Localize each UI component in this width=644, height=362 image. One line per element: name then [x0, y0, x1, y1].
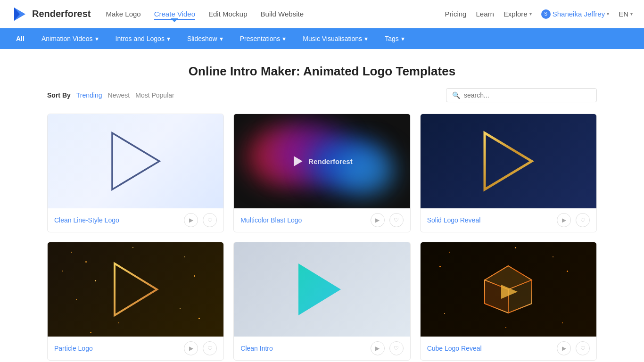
cube-logo-graphic — [480, 261, 537, 318]
sort-newest[interactable]: Newest — [108, 91, 130, 99]
nav-animation-videos[interactable]: Animation Videos ▾ — [33, 28, 107, 49]
card-5-play-button[interactable]: ▶ — [371, 341, 385, 355]
logo-text: Renderforest — [32, 8, 91, 19]
card-4-like-button[interactable]: ♡ — [203, 341, 217, 355]
card-5-title[interactable]: Clean Intro — [240, 345, 272, 352]
card-5: Clean Intro ▶ ♡ — [233, 242, 410, 361]
nav-build-website[interactable]: Build Website — [261, 10, 304, 18]
logo-link[interactable]: Renderforest — [11, 6, 91, 23]
nav-slideshow[interactable]: Slideshow ▾ — [179, 28, 231, 49]
card-2-title[interactable]: Multicolor Blast Logo — [240, 216, 302, 224]
nav-all[interactable]: All — [8, 28, 33, 49]
card-6-play-button[interactable]: ▶ — [557, 341, 571, 355]
nav-music-visualisations[interactable]: Music Visualisations ▾ — [294, 28, 376, 49]
sort-label: Sort By — [47, 91, 71, 99]
presentations-label: Presentations — [240, 35, 281, 42]
card-5-actions: ▶ ♡ — [371, 341, 404, 355]
nav-explore[interactable]: Explore ▾ — [504, 10, 532, 18]
intros-logos-label: Intros and Logos — [116, 35, 165, 42]
card-4-footer: Particle Logo ▶ ♡ — [48, 337, 223, 360]
active-indicator — [171, 18, 178, 22]
main-nav: Make Logo Create Video Edit Mockup Build… — [106, 10, 445, 18]
nav-tags[interactable]: Tags ▾ — [376, 28, 413, 49]
cards-grid: Clean Line-Style Logo ▶ ♡ Renderforest M… — [0, 114, 644, 361]
card-6-like-button[interactable]: ♡ — [576, 341, 590, 355]
particle — [562, 322, 563, 323]
svg-marker-3 — [294, 156, 303, 166]
card-3-actions: ▶ ♡ — [557, 213, 590, 227]
card-3-like-button[interactable]: ♡ — [576, 213, 590, 227]
card-6-actions: ▶ ♡ — [557, 341, 590, 355]
particle-logo-graphic — [105, 261, 166, 318]
page-header: Online Intro Maker: Animated Logo Templa… — [0, 49, 644, 88]
particle — [553, 256, 553, 257]
particle — [132, 247, 133, 248]
card-2-thumbnail: Renderforest — [234, 114, 410, 208]
search-input[interactable] — [464, 91, 591, 99]
particle — [505, 327, 506, 328]
particle — [194, 275, 195, 277]
explore-chevron-icon: ▾ — [529, 11, 532, 16]
music-vis-label: Music Visualisations — [303, 35, 362, 42]
nav-make-logo[interactable]: Make Logo — [106, 10, 140, 18]
tags-label: Tags — [385, 35, 399, 42]
card-6-title[interactable]: Cube Logo Reveal — [427, 345, 482, 352]
card-1-title[interactable]: Clean Line-Style Logo — [54, 216, 119, 224]
card-1-thumbnail — [48, 114, 223, 208]
intros-logos-chevron-icon: ▾ — [167, 35, 170, 42]
search-box: 🔍 — [446, 88, 597, 102]
smoke-logo-text: Renderforest — [308, 157, 352, 165]
card-1-footer: Clean Line-Style Logo ▶ ♡ — [48, 208, 223, 232]
tags-chevron-icon: ▾ — [401, 35, 405, 42]
card-1-play-button[interactable]: ▶ — [184, 213, 198, 227]
card-4: Particle Logo ▶ ♡ — [47, 242, 224, 361]
nav-create-video-wrapper: Create Video — [154, 10, 195, 18]
nav-learn[interactable]: Learn — [476, 10, 494, 18]
language-selector[interactable]: EN ▾ — [619, 10, 633, 18]
card-6: Cube Logo Reveal ▶ ♡ — [420, 242, 597, 361]
particle — [515, 247, 516, 248]
presentations-chevron-icon: ▾ — [282, 35, 286, 42]
card-3-play-button[interactable]: ▶ — [557, 213, 571, 227]
line-logo-graphic — [98, 128, 173, 194]
slideshow-chevron-icon: ▾ — [220, 35, 223, 42]
smoke-blue2 — [338, 147, 394, 194]
teal-logo-graphic — [289, 261, 355, 318]
particle — [90, 332, 91, 333]
particle — [567, 271, 568, 272]
card-5-like-button[interactable]: ♡ — [389, 341, 404, 355]
nav-presentations[interactable]: Presentations ▾ — [231, 28, 295, 49]
nav-pricing[interactable]: Pricing — [445, 10, 467, 18]
search-icon: 🔍 — [452, 91, 460, 99]
smoke-logo-overlay: Renderforest — [291, 155, 352, 168]
svg-marker-4 — [485, 133, 532, 189]
particle — [76, 299, 77, 300]
card-3-title[interactable]: Solid Logo Reveal — [427, 216, 481, 224]
particle — [439, 266, 441, 267]
user-menu[interactable]: S Shaneika Jeffrey ▾ — [541, 9, 609, 19]
particle — [180, 308, 181, 309]
card-1-like-button[interactable]: ♡ — [203, 213, 217, 227]
card-1: Clean Line-Style Logo ▶ ♡ — [47, 114, 224, 232]
card-4-thumbnail — [48, 242, 223, 337]
card-4-actions: ▶ ♡ — [184, 341, 217, 355]
page-title: Online Intro Maker: Animated Logo Templa… — [0, 64, 644, 79]
particle — [198, 318, 200, 319]
sort-trending[interactable]: Trending — [76, 91, 102, 99]
sort-area: Sort By Trending Newest Most Popular — [47, 91, 174, 99]
card-4-play-button[interactable]: ▶ — [184, 341, 198, 355]
svg-marker-2 — [112, 133, 159, 189]
card-2-play-button[interactable]: ▶ — [371, 213, 385, 227]
particle — [444, 313, 445, 314]
card-4-title[interactable]: Particle Logo — [54, 345, 93, 352]
nav-edit-mockup[interactable]: Edit Mockup — [208, 10, 248, 18]
top-navigation: Renderforest Make Logo Create Video Edit… — [0, 0, 644, 28]
card-5-thumbnail — [234, 242, 410, 337]
right-nav: Pricing Learn Explore ▾ S Shaneika Jeffr… — [445, 9, 633, 19]
card-2-like-button[interactable]: ♡ — [389, 213, 404, 227]
animation-videos-chevron-icon: ▾ — [95, 35, 99, 42]
sort-most-popular[interactable]: Most Popular — [135, 91, 174, 99]
nav-intros-and-logos[interactable]: Intros and Logos ▾ — [107, 28, 179, 49]
lang-label: EN — [619, 10, 628, 18]
user-name: Shaneika Jeffrey — [553, 10, 605, 18]
